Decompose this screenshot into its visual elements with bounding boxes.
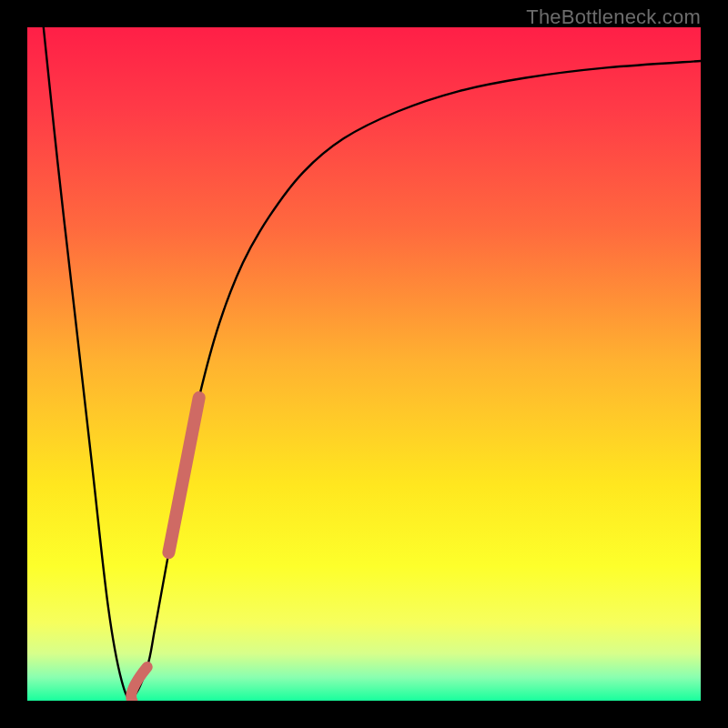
highlight-segment-upper xyxy=(168,398,198,552)
plot-area xyxy=(27,27,701,701)
bottleneck-curve xyxy=(44,27,701,698)
chart-frame: TheBottleneck.com xyxy=(0,0,728,728)
curve-layer xyxy=(27,27,701,701)
attribution-label: TheBottleneck.com xyxy=(526,5,701,29)
highlight-hook-lower xyxy=(131,667,147,701)
